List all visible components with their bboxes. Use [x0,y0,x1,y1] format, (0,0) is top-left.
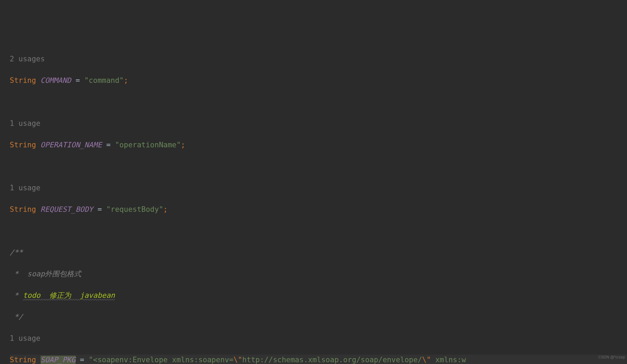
string-literal: "<soapenv:Envelope xmlns:soapenv=\"http:… [89,356,466,364]
semicolon: ; [124,76,128,85]
watermark: CSDN @*crzep [598,352,625,363]
javadoc-line: * [10,291,23,300]
type-keyword: String [10,76,36,85]
javadoc-open: /** [10,248,23,257]
field-operation-name: OPERATION_NAME [41,141,102,149]
javadoc-close: */ [10,313,23,321]
field-command: COMMAND [41,76,71,85]
op-eq: = [76,356,89,364]
usage-hint: 1 usage [10,184,41,192]
javadoc-line: * soap外围包格式 [10,270,81,278]
op-eq: = [102,141,115,149]
semicolon: ; [181,141,185,149]
field-request-body: REQUEST_BODY [41,205,93,214]
string-literal: "requestBody" [106,205,163,214]
op-eq: = [71,76,84,85]
type-keyword: String [10,205,36,214]
usage-hint: 1 usage [10,119,41,128]
type-keyword: String [10,356,36,364]
code-editor[interactable]: 2 usages String COMMAND = "command"; 1 u… [10,43,627,364]
highlighted-line: String SOAP_PKG = "<soapenv:Envelope xml… [10,355,627,364]
type-keyword: String [10,141,36,149]
field-soap-pkg: SOAP_PKG [41,356,76,364]
usage-hint: 1 usage [10,334,41,343]
string-literal: "command" [84,76,124,85]
op-eq: = [93,205,106,214]
usage-hint: 2 usages [10,55,45,63]
string-literal: "operationName" [115,141,181,149]
todo-comment: todo 修正为 javabean [23,291,115,300]
semicolon: ; [163,205,168,214]
